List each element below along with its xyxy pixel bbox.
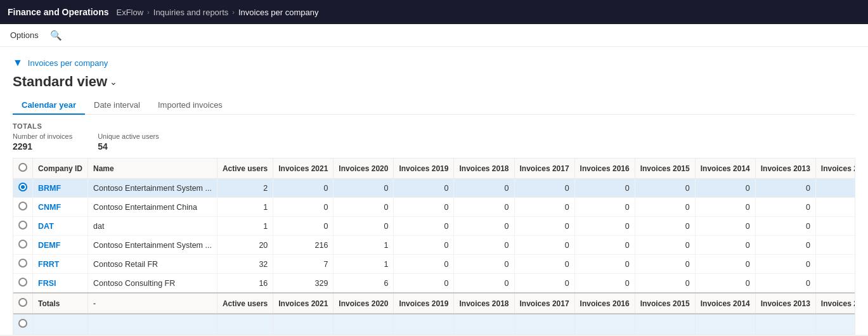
row-inv2017: 0	[514, 236, 574, 255]
row-radio[interactable]	[18, 221, 27, 229]
filter-icon[interactable]: ▼	[13, 57, 23, 68]
breadcrumb-exflow[interactable]: ExFlow	[116, 8, 143, 17]
empty-row-radio[interactable]	[18, 319, 27, 328]
row-inv2018: 0	[454, 198, 514, 217]
row-inv2021: 329	[273, 274, 334, 294]
row-inv2021: 0	[273, 217, 334, 236]
row-radio-cell[interactable]	[13, 179, 33, 198]
total-users: Unique active users 54	[98, 132, 159, 152]
footer-radio[interactable]	[13, 293, 33, 314]
row-inv2016: 0	[574, 236, 635, 255]
row-radio[interactable]	[18, 183, 27, 191]
row-inv2018: 0	[454, 217, 514, 236]
row-company-id[interactable]: CNMF	[33, 198, 88, 217]
col-inv2016[interactable]: Invoices 2016	[574, 158, 635, 179]
total-users-label: Unique active users	[98, 132, 159, 140]
row-name: Contoso Entertainment System ...	[88, 236, 217, 255]
row-inv2019: 0	[394, 274, 454, 294]
row-company-id[interactable]: FRRT	[33, 255, 88, 274]
row-company-id[interactable]: DEMF	[33, 236, 88, 255]
row-inv2015: 0	[635, 198, 695, 217]
row-radio[interactable]	[18, 278, 27, 287]
footer-inv2017: Invoices 2017	[514, 293, 574, 314]
row-company-id[interactable]: FRSI	[33, 274, 88, 294]
empty-col9	[514, 314, 574, 334]
row-inv2017: 0	[514, 198, 574, 217]
row-inv2020: 1	[334, 255, 394, 274]
row-inv2013: 0	[755, 179, 815, 198]
col-company-id[interactable]: Company ID	[33, 158, 88, 179]
empty-col11	[635, 314, 695, 334]
row-name: Contoso Entertainment System ...	[88, 179, 217, 198]
row-inv2014: 0	[695, 179, 755, 198]
row-radio-cell[interactable]	[13, 236, 33, 255]
empty-radio-cell[interactable]	[13, 314, 33, 334]
search-icon: 🔍	[50, 30, 62, 41]
row-inv2020: 0	[334, 179, 394, 198]
row-radio-cell[interactable]	[13, 274, 33, 294]
col-name[interactable]: Name	[88, 158, 217, 179]
row-inv2021: 0	[273, 179, 334, 198]
col-inv2013[interactable]: Invoices 2013	[755, 158, 815, 179]
row-company-id[interactable]: DAT	[33, 217, 88, 236]
row-radio-cell[interactable]	[13, 255, 33, 274]
row-company-id[interactable]: BRMF	[33, 179, 88, 198]
table-row[interactable]: DAT dat 1 0 0 0 0 0 0 0 0 0 0 0	[13, 217, 855, 236]
options-button[interactable]: Options	[6, 28, 42, 42]
empty-col2	[33, 314, 88, 334]
row-inv2012: 0	[815, 217, 855, 236]
col-inv2020[interactable]: Invoices 2020	[334, 158, 394, 179]
col-inv2017[interactable]: Invoices 2017	[514, 158, 574, 179]
empty-col13	[755, 314, 815, 334]
footer-inv2020: Invoices 2020	[334, 293, 394, 314]
breadcrumb-inquiries[interactable]: Inquiries and reports	[153, 8, 229, 17]
col-inv2019[interactable]: Invoices 2019	[394, 158, 454, 179]
row-inv2013: 0	[755, 274, 815, 294]
total-invoices-value: 2291	[13, 141, 32, 152]
row-radio-cell[interactable]	[13, 217, 33, 236]
table-row[interactable]: CNMF Contoso Entertainment China 1 0 0 0…	[13, 198, 855, 217]
tab-date-interval[interactable]: Date interval	[85, 96, 149, 115]
header-radio[interactable]	[18, 163, 27, 172]
footer-company-id: Totals	[33, 293, 88, 314]
row-inv2014: 0	[695, 274, 755, 294]
row-active-users: 20	[217, 236, 273, 255]
row-inv2019: 0	[394, 217, 454, 236]
top-navigation: Finance and Operations ExFlow › Inquirie…	[0, 0, 868, 24]
row-radio[interactable]	[18, 259, 27, 268]
row-inv2014: 0	[695, 217, 755, 236]
tab-imported-invoices[interactable]: Imported invoices	[149, 96, 231, 115]
col-inv2012[interactable]: Invoices 2012	[815, 158, 855, 179]
row-radio[interactable]	[18, 240, 27, 249]
empty-col5	[273, 314, 334, 334]
table-header-row: Company ID Name Active users Invoices 20…	[13, 158, 855, 179]
col-radio	[13, 158, 33, 179]
tab-calendar-year[interactable]: Calendar year	[13, 96, 85, 115]
search-button[interactable]: 🔍	[48, 27, 65, 44]
table-row[interactable]: DEMF Contoso Entertainment System ... 20…	[13, 236, 855, 255]
table-row[interactable]: BRMF Contoso Entertainment System ... 2 …	[13, 179, 855, 198]
footer-radio-circle[interactable]	[18, 298, 27, 307]
table-row[interactable]: FRRT Contoso Retail FR 32 7 1 0 0 0 0 0 …	[13, 255, 855, 274]
row-radio-cell[interactable]	[13, 198, 33, 217]
col-inv2018[interactable]: Invoices 2018	[454, 158, 514, 179]
row-inv2017: 0	[514, 255, 574, 274]
col-inv2014[interactable]: Invoices 2014	[695, 158, 755, 179]
table-row[interactable]: FRSI Contoso Consulting FR 16 329 6 0 0 …	[13, 274, 855, 294]
page-subtitle[interactable]: Invoices per company	[28, 58, 108, 68]
row-inv2020: 6	[334, 274, 394, 294]
col-inv2021[interactable]: Invoices 2021	[273, 158, 334, 179]
row-inv2021: 0	[273, 198, 334, 217]
empty-row	[13, 314, 855, 334]
col-active-users[interactable]: Active users	[217, 158, 273, 179]
col-inv2015[interactable]: Invoices 2015	[635, 158, 695, 179]
row-name: Contoso Consulting FR	[88, 274, 217, 294]
row-inv2019: 0	[394, 255, 454, 274]
view-dropdown-icon[interactable]: ⌄	[110, 77, 117, 87]
empty-col10	[574, 314, 635, 334]
footer-inv2018: Invoices 2018	[454, 293, 514, 314]
row-radio[interactable]	[18, 202, 27, 210]
row-active-users: 1	[217, 198, 273, 217]
row-inv2015: 0	[635, 236, 695, 255]
app-title: Finance and Operations	[8, 7, 108, 17]
